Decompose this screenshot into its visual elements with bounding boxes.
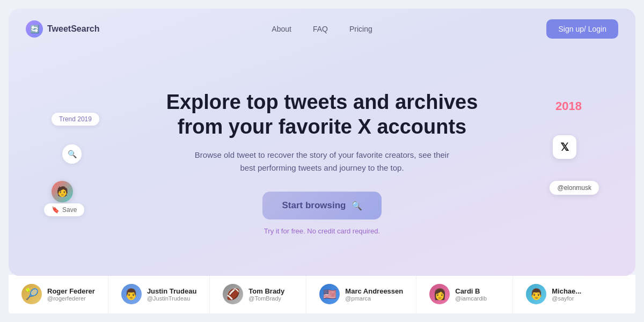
profile-card[interactable]: 🏈 Tom Brady @TomBrady [210,275,306,313]
hero-title: Explore top tweets and archives from you… [161,90,483,139]
avatar: 🎾 [21,284,42,304]
nav-link-about[interactable]: About [272,25,291,33]
avatar-bubble: 🧑 [52,181,73,202]
profile-handle: @TomBrady [248,295,284,302]
avatar: 👨 [526,284,546,304]
profile-info: Justin Trudeau @JustinTrudeau [147,287,196,302]
profile-card[interactable]: 👨 Michae... @sayfor [513,275,610,313]
search-icon: 🔍 [352,201,362,211]
trend-bubble: Trend 2019 [52,113,99,126]
outer-container: 🔄 TweetSearch About FAQ Pricing Sign up/… [0,0,644,322]
main-card: 🔄 TweetSearch About FAQ Pricing Sign up/… [9,9,635,276]
avatar: 👨 [121,284,142,304]
signup-button[interactable]: Sign up/ Login [546,19,618,39]
profile-info: Tom Brady @TomBrady [248,287,284,302]
profile-handle: @pmarca [345,295,403,302]
avatar: 🏈 [223,284,243,304]
avatar: 🇺🇸 [319,284,340,304]
nav-link-pricing[interactable]: Pricing [349,25,372,33]
profile-card[interactable]: 👨 Justin Trudeau @JustinTrudeau [108,275,210,313]
logo-text: TweetSearch [47,24,100,34]
free-text: Try it for free. No credit card required… [264,227,380,235]
navbar: 🔄 TweetSearch About FAQ Pricing Sign up/… [9,9,635,49]
hero-subtitle: Browse old tweet to recover the story of… [193,149,451,174]
profile-handle: @JustinTrudeau [147,295,196,302]
handle-bubble: @elonmusk [550,181,599,195]
profile-card[interactable]: 👩 Cardi B @iamcardib [416,275,513,313]
profile-name: Tom Brady [248,287,284,295]
profile-handle: @sayfor [552,295,581,302]
year-bubble: 2018 [555,99,582,113]
profiles-bar: 🎾 Roger Federer @rogerfederer 👨 Justin T… [9,275,635,313]
search-bubble: 🔍 [62,144,82,164]
profile-info: Marc Andreessen @pmarca [345,287,403,302]
save-icon: 🔖 [52,206,60,214]
profile-name: Cardi B [455,287,487,295]
profile-info: Cardi B @iamcardib [455,287,487,302]
cta-label: Start browsing [282,200,346,211]
profile-info: Roger Federer @rogerfederer [47,287,95,302]
profile-name: Marc Andreessen [345,287,403,295]
profile-handle: @iamcardib [455,295,487,302]
nav-right: Sign up/ Login [546,19,618,39]
start-browsing-button[interactable]: Start browsing 🔍 [262,192,381,219]
profile-card[interactable]: 🇺🇸 Marc Andreessen @pmarca [306,275,416,313]
nav-links: About FAQ Pricing [272,25,372,33]
profile-name: Justin Trudeau [147,287,196,295]
profile-info: Michae... @sayfor [552,287,581,302]
save-bubble: 🔖 Save [44,203,84,216]
logo-icon: 🔄 [26,20,43,38]
profile-handle: @rogerfederer [47,295,95,302]
x-logo-bubble: 𝕏 [553,135,576,159]
profile-name: Michae... [552,287,581,295]
profile-card[interactable]: 🎾 Roger Federer @rogerfederer [9,275,108,313]
nav-link-faq[interactable]: FAQ [313,25,328,33]
logo-area: 🔄 TweetSearch [26,20,100,38]
avatar: 👩 [429,284,450,304]
hero-section: Trend 2019 🔍 🧑 🔖 Save 2018 𝕏 @elonmusk E… [9,49,635,276]
profile-name: Roger Federer [47,287,95,295]
